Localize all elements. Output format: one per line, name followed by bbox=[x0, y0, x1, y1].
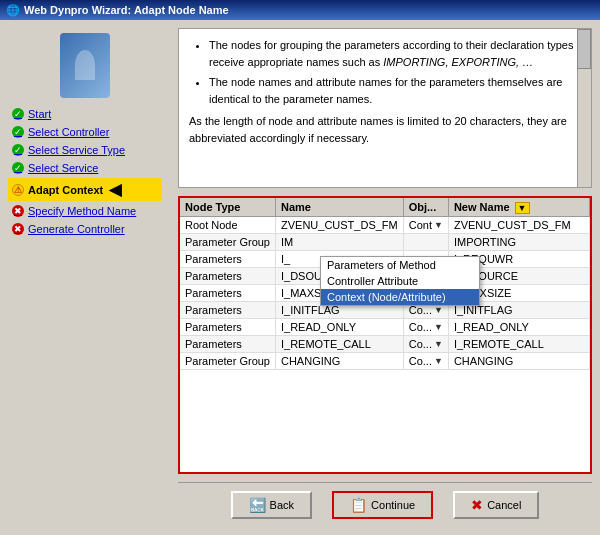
status-dot-start: ✓ bbox=[12, 108, 24, 120]
status-dot-select-controller: ✓ bbox=[12, 126, 24, 138]
filter-icon[interactable]: ▼ bbox=[515, 202, 530, 214]
scrollbar-thumb[interactable] bbox=[577, 29, 591, 69]
sidebar-item-start-label: Start bbox=[28, 108, 51, 120]
col-header-obj: Obj... bbox=[403, 198, 448, 217]
table-row: Parameter Group IM IMPORTING bbox=[180, 234, 590, 251]
sidebar-item-select-controller-label: Select Controller bbox=[28, 126, 109, 138]
sidebar-item-select-service-label: Select Service bbox=[28, 162, 98, 174]
description-bullet-2: The node names and attribute names for t… bbox=[209, 74, 581, 107]
cell-new-name[interactable]: CHANGING bbox=[448, 353, 589, 370]
dropdown-item-context[interactable]: Context (Node/Attribute) bbox=[321, 289, 479, 305]
cell-node-type: Parameter Group bbox=[180, 353, 275, 370]
sidebar-logo bbox=[60, 33, 110, 98]
status-dot-generate-controller: ✖ bbox=[12, 223, 24, 235]
dropdown-arrow-icon[interactable]: ▼ bbox=[434, 322, 443, 332]
cell-obj: Cont ▼ bbox=[403, 217, 448, 234]
cell-obj bbox=[403, 234, 448, 251]
dropdown-arrow-icon[interactable]: ▼ bbox=[434, 339, 443, 349]
cell-obj: Co... ▼ bbox=[403, 336, 448, 353]
continue-icon: 📋 bbox=[350, 497, 367, 513]
cancel-button[interactable]: ✖ Cancel bbox=[453, 491, 539, 519]
sidebar-item-select-service-type[interactable]: ✓ Select Service Type bbox=[8, 142, 162, 158]
context-dropdown[interactable]: Parameters of Method Controller Attribut… bbox=[320, 256, 480, 306]
dropdown-arrow-icon[interactable]: ▼ bbox=[434, 356, 443, 366]
dropdown-item-controller-attribute[interactable]: Controller Attribute bbox=[321, 273, 479, 289]
table-row: Root Node ZVENU_CUST_DS_FM Cont ▼ ZVENU_… bbox=[180, 217, 590, 234]
cancel-icon: ✖ bbox=[471, 497, 483, 513]
cell-obj: Co... ▼ bbox=[403, 319, 448, 336]
cell-node-type: Parameters bbox=[180, 268, 275, 285]
title-bar-icon: 🌐 bbox=[6, 4, 20, 17]
title-bar: 🌐 Web Dynpro Wizard: Adapt Node Name bbox=[0, 0, 600, 20]
continue-button[interactable]: 📋 Continue bbox=[332, 491, 433, 519]
cell-obj-value: Co... bbox=[409, 321, 432, 333]
cell-name: ZVENU_CUST_DS_FM bbox=[275, 217, 403, 234]
col-header-new-name: New Name ▼ bbox=[448, 198, 589, 217]
sidebar-item-specify-method[interactable]: ✖ Specify Method Name bbox=[8, 203, 162, 219]
sidebar-item-select-service[interactable]: ✓ Select Service bbox=[8, 160, 162, 176]
sidebar-item-specify-method-label: Specify Method Name bbox=[28, 205, 136, 217]
scrollbar-track[interactable] bbox=[577, 29, 591, 187]
cell-name: I_READ_ONLY bbox=[275, 319, 403, 336]
cell-node-type: Parameters bbox=[180, 285, 275, 302]
cancel-label: Cancel bbox=[487, 499, 521, 511]
status-dot-select-service-type: ✓ bbox=[12, 144, 24, 156]
status-dot-select-service: ✓ bbox=[12, 162, 24, 174]
sidebar-item-adapt-context[interactable]: ⚠ Adapt Context ◀ bbox=[8, 178, 162, 201]
cell-node-type: Parameters bbox=[180, 251, 275, 268]
sidebar-item-generate-controller-label: Generate Controller bbox=[28, 223, 125, 235]
description-paragraph: As the length of node and attribute name… bbox=[189, 113, 581, 146]
back-button[interactable]: 🔙 Back bbox=[231, 491, 312, 519]
cell-node-type: Parameters bbox=[180, 302, 275, 319]
description-box: The nodes for grouping the parameters ac… bbox=[178, 28, 592, 188]
back-label: Back bbox=[270, 499, 294, 511]
cell-new-name[interactable]: I_READ_ONLY bbox=[448, 319, 589, 336]
table-row: Parameters I_READ_ONLY Co... ▼ I_READ_ON… bbox=[180, 319, 590, 336]
cell-obj-value: Co... bbox=[409, 355, 432, 367]
sidebar-item-select-service-type-label: Select Service Type bbox=[28, 144, 125, 156]
sidebar: ✓ Start ✓ Select Controller ✓ Select Ser… bbox=[0, 20, 170, 535]
description-bullet-1: The nodes for grouping the parameters ac… bbox=[209, 37, 581, 70]
cell-name: I_REMOTE_CALL bbox=[275, 336, 403, 353]
col-header-name: Name bbox=[275, 198, 403, 217]
content-area: The nodes for grouping the parameters ac… bbox=[170, 20, 600, 535]
table-header-row: Node Type Name Obj... New Name ▼ bbox=[180, 198, 590, 217]
active-arrow-icon: ◀ bbox=[109, 180, 121, 199]
sidebar-item-generate-controller[interactable]: ✖ Generate Controller bbox=[8, 221, 162, 237]
sidebar-decoration bbox=[8, 30, 162, 100]
logo-shape bbox=[75, 50, 95, 80]
status-dot-adapt-context: ⚠ bbox=[12, 184, 24, 196]
cell-new-name[interactable]: ZVENU_CUST_DS_FM bbox=[448, 217, 589, 234]
col-header-node-type: Node Type bbox=[180, 198, 275, 217]
sidebar-item-adapt-context-label: Adapt Context bbox=[28, 184, 103, 196]
cell-name: IM bbox=[275, 234, 403, 251]
cell-node-type: Parameter Group bbox=[180, 234, 275, 251]
cell-new-name[interactable]: IMPORTING bbox=[448, 234, 589, 251]
cell-obj-value: Co... bbox=[409, 338, 432, 350]
dropdown-arrow-icon[interactable]: ▼ bbox=[434, 220, 443, 230]
sidebar-item-start[interactable]: ✓ Start bbox=[8, 106, 162, 122]
cell-name: CHANGING bbox=[275, 353, 403, 370]
cell-obj: Co... ▼ bbox=[403, 353, 448, 370]
cell-node-type: Root Node bbox=[180, 217, 275, 234]
back-icon: 🔙 bbox=[249, 497, 266, 513]
bottom-bar: 🔙 Back 📋 Continue ✖ Cancel bbox=[178, 482, 592, 527]
dropdown-arrow-icon[interactable]: ▼ bbox=[434, 305, 443, 315]
title-bar-title: Web Dynpro Wizard: Adapt Node Name bbox=[24, 4, 229, 16]
continue-label: Continue bbox=[371, 499, 415, 511]
dropdown-item-parameters-of-method[interactable]: Parameters of Method bbox=[321, 257, 479, 273]
cell-obj-value: Cont bbox=[409, 219, 432, 231]
status-dot-specify-method: ✖ bbox=[12, 205, 24, 217]
cell-node-type: Parameters bbox=[180, 319, 275, 336]
table-container: Node Type Name Obj... New Name ▼ Root No… bbox=[178, 196, 592, 474]
cell-node-type: Parameters bbox=[180, 336, 275, 353]
table-row: Parameters I_REMOTE_CALL Co... ▼ I_REMOT… bbox=[180, 336, 590, 353]
sidebar-item-select-controller[interactable]: ✓ Select Controller bbox=[8, 124, 162, 140]
main-container: ✓ Start ✓ Select Controller ✓ Select Ser… bbox=[0, 20, 600, 535]
cell-new-name[interactable]: I_REMOTE_CALL bbox=[448, 336, 589, 353]
table-row: Parameter Group CHANGING Co... ▼ CHANGIN… bbox=[180, 353, 590, 370]
